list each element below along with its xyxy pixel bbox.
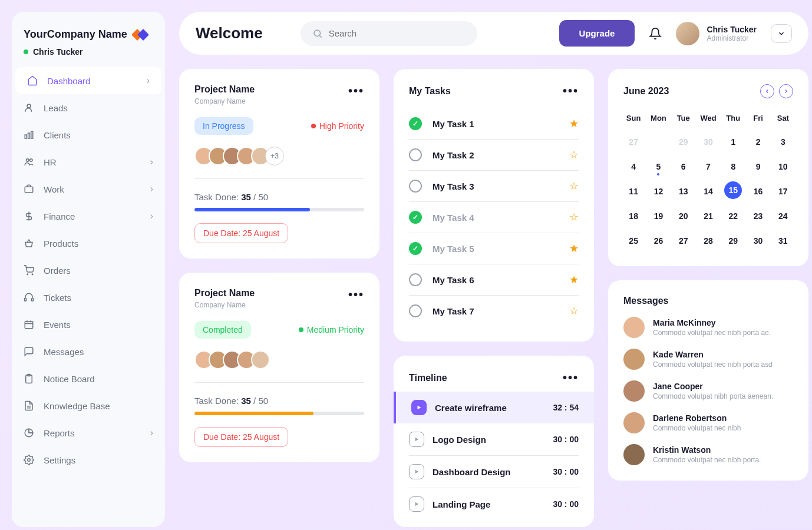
task-done-text: Task Done: 35 / 50 [194,396,364,406]
more-icon[interactable]: ••• [348,288,364,302]
calendar-day[interactable]: 17 [773,181,793,201]
profile-cluster[interactable]: Chris Tucker Administrator [676,22,757,45]
task-label: My Task 1 [433,119,559,129]
timeline-row[interactable]: Create wireframe 32 : 54 [394,392,594,423]
nav-item-events[interactable]: Events [12,311,165,338]
calendar-day[interactable]: 1 [723,132,743,152]
nav-item-orders[interactable]: Orders [12,257,165,284]
task-checkbox[interactable] [409,180,422,193]
play-button[interactable] [409,432,424,447]
upgrade-button[interactable]: Upgrade [559,20,635,47]
calendar-day[interactable]: 19 [648,206,668,226]
avatar-more[interactable]: +3 [265,147,284,165]
more-icon[interactable]: ••• [348,84,364,98]
task-checkbox[interactable] [409,148,422,161]
star-icon[interactable]: ★ [569,117,579,130]
calendar-day[interactable]: 10 [773,157,793,177]
task-row[interactable]: My Task 7 ☆ [409,296,579,326]
calendar-day[interactable]: 26 [648,231,668,251]
task-checkbox[interactable] [409,117,422,130]
calendar-day[interactable]: 21 [698,206,718,226]
task-checkbox[interactable] [409,304,422,317]
calendar-day[interactable]: 27 [674,231,694,251]
message-row[interactable]: Maria McKinney Commodo volutpat nec nibh… [623,317,793,338]
task-row[interactable]: My Task 2 ☆ [409,140,579,171]
calendar-day[interactable]: 13 [674,181,694,201]
calendar-day[interactable]: 4 [623,157,643,177]
calendar-day[interactable]: 31 [773,231,793,251]
message-row[interactable]: Darlene Robertson Commodo volutpat nec n… [623,412,793,433]
task-row[interactable]: My Task 5 ★ [409,233,579,264]
star-icon[interactable]: ☆ [569,304,579,317]
calendar-prev-button[interactable] [760,84,774,98]
nav-item-work[interactable]: Work› [12,175,165,203]
nav-item-hr[interactable]: HR› [12,148,165,175]
calendar-day[interactable]: 20 [674,206,694,226]
nav-item-clients[interactable]: Clients [12,121,165,148]
search-input[interactable] [329,28,466,38]
nav-item-dashboard[interactable]: Dashboard› [15,67,161,94]
task-row[interactable]: My Task 1 ★ [409,108,579,140]
calendar-day[interactable]: 24 [773,206,793,226]
nav-item-settings[interactable]: Settings [12,446,165,473]
more-icon[interactable]: ••• [563,84,579,98]
calendar-day[interactable]: 29 [674,132,694,152]
calendar-day[interactable]: 30 [748,231,768,251]
calendar-day[interactable]: 11 [623,181,643,201]
calendar-day[interactable]: 15 [724,181,742,199]
calendar-day[interactable]: 22 [723,206,743,226]
more-icon[interactable]: ••• [563,371,579,385]
nav-item-knowledge-base[interactable]: Knowledge Base [12,392,165,419]
calendar-day[interactable]: 23 [748,206,768,226]
task-checkbox[interactable] [409,242,422,255]
calendar-day[interactable]: 25 [623,231,643,251]
nav-item-leads[interactable]: Leads [12,94,165,121]
task-row[interactable]: My Task 4 ☆ [409,202,579,233]
nav-item-notice-board[interactable]: Notice Board [12,365,165,392]
task-row[interactable]: My Task 6 ★ [409,264,579,296]
calendar-day[interactable]: 8 [723,157,743,177]
nav-item-products[interactable]: Products [12,230,165,257]
search-box[interactable] [301,21,477,46]
calendar-day[interactable]: 27 [623,132,643,152]
star-icon[interactable]: ★ [569,242,579,255]
timeline-row[interactable]: Landing Page 30 : 00 [409,488,579,520]
calendar-next-button[interactable] [779,84,793,98]
calendar-day[interactable]: 7 [698,157,718,177]
play-button[interactable] [411,400,427,415]
calendar-day[interactable]: 16 [748,181,768,201]
nav-item-reports[interactable]: Reports› [12,419,165,446]
message-row[interactable]: Jane Cooper Commodo volutpat nibh porta … [623,380,793,402]
star-icon[interactable]: ☆ [569,148,579,161]
project-company: Company Name [194,97,255,105]
timeline-row[interactable]: Dashboard Design 30 : 00 [409,456,579,488]
calendar-day[interactable]: 3 [773,132,793,152]
calendar-day[interactable]: 2 [748,132,768,152]
star-icon[interactable]: ☆ [569,211,579,224]
message-row[interactable]: Kristin Watson Commodo volutpat nec nibh… [623,444,793,465]
task-checkbox[interactable] [409,211,422,224]
task-row[interactable]: My Task 3 ☆ [409,171,579,202]
calendar-day[interactable]: 30 [698,132,718,152]
calendar-day[interactable]: 6 [674,157,694,177]
message-row[interactable]: Kade Warren Commodo volutpat nec nibh po… [623,349,793,370]
nav-item-finance[interactable]: Finance› [12,203,165,230]
star-icon[interactable]: ☆ [569,180,579,193]
play-button[interactable] [409,464,424,479]
calendar-day[interactable]: 9 [748,157,768,177]
calendar-day[interactable]: 14 [698,181,718,201]
bell-icon[interactable] [649,27,662,40]
profile-dropdown-button[interactable] [771,24,792,43]
calendar-day[interactable]: 5 [648,157,668,177]
calendar-day[interactable]: 18 [623,206,643,226]
nav-item-tickets[interactable]: Tickets [12,284,165,311]
play-button[interactable] [409,496,424,512]
nav-item-messages[interactable]: Messages [12,338,165,365]
calendar-day[interactable]: 28 [698,231,718,251]
star-icon[interactable]: ★ [569,273,579,286]
task-checkbox[interactable] [409,273,422,286]
calendar-day[interactable]: 29 [723,231,743,251]
calendar-day[interactable] [648,132,668,152]
calendar-day[interactable]: 12 [648,181,668,201]
timeline-row[interactable]: Logo Design 30 : 00 [409,423,579,456]
